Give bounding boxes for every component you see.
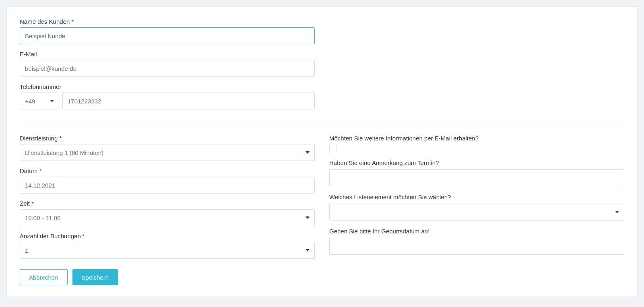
section-divider [20, 124, 624, 124]
service-label: Dienstleistung * [20, 135, 315, 142]
customer-name-label: Name des Kunden * [20, 18, 315, 25]
customer-email-input[interactable] [20, 60, 315, 77]
bottom-columns: Dienstleistung * Dienstleistung 1 (60 Mi… [20, 135, 624, 285]
action-buttons: Abbrechen Speichern [20, 269, 315, 285]
booking-form-panel: Name des Kunden * E-Mail Telefonnummer +… [6, 6, 638, 297]
caret-down-icon [615, 211, 619, 213]
customer-phone-label: Telefonnummer [20, 83, 315, 90]
q2-field: Haben Sie eine Anmerkung zum Termin? [329, 159, 624, 186]
customer-column: Name des Kunden * E-Mail Telefonnummer +… [20, 18, 315, 116]
booking-column: Dienstleistung * Dienstleistung 1 (60 Mi… [20, 135, 315, 285]
phone-prefix-select[interactable]: +49 [20, 93, 58, 109]
time-select[interactable]: 10:00 - 11:00 [20, 209, 315, 226]
caret-down-icon [50, 100, 54, 102]
count-label: Anzahl der Buchungen * [20, 233, 315, 239]
service-value: Dienstleistung 1 (60 Minuten) [25, 149, 103, 156]
q3-label: Welches Listenelement möchten Sie wählen… [329, 194, 624, 200]
count-field: Anzahl der Buchungen * 1 [20, 233, 315, 259]
customer-name-input[interactable] [20, 27, 315, 44]
count-value: 1 [25, 247, 28, 254]
top-right-spacer [329, 18, 624, 116]
phone-prefix-value: +49 [25, 98, 35, 105]
questions-column: Möchten Sie weitere Informationen per E-… [329, 135, 624, 285]
q3-field: Welches Listenelement möchten Sie wählen… [329, 194, 624, 220]
service-field: Dienstleistung * Dienstleistung 1 (60 Mi… [20, 135, 315, 161]
customer-email-label: E-Mail [20, 51, 315, 58]
date-label: Datum * [20, 167, 315, 174]
top-columns: Name des Kunden * E-Mail Telefonnummer +… [20, 18, 624, 116]
cancel-button[interactable]: Abbrechen [20, 269, 68, 285]
q1-label: Möchten Sie weitere Informationen per E-… [329, 135, 624, 142]
q2-label: Haben Sie eine Anmerkung zum Termin? [329, 159, 624, 166]
date-field: Datum * [20, 167, 315, 194]
q2-input[interactable] [329, 169, 624, 186]
q1-field: Möchten Sie weitere Informationen per E-… [329, 135, 624, 152]
q4-input[interactable] [329, 238, 624, 255]
customer-email-field: E-Mail [20, 51, 315, 77]
caret-down-icon [305, 249, 310, 251]
q3-select[interactable] [329, 204, 624, 220]
service-select[interactable]: Dienstleistung 1 (60 Minuten) [20, 144, 315, 161]
phone-number-input[interactable] [62, 93, 315, 109]
phone-row: +49 [20, 93, 315, 109]
time-value: 10:00 - 11:00 [25, 214, 60, 221]
customer-name-field: Name des Kunden * [20, 18, 315, 44]
q1-checkbox[interactable] [329, 145, 336, 152]
customer-phone-field: Telefonnummer +49 [20, 83, 315, 109]
caret-down-icon [305, 216, 310, 219]
time-field: Zeit * 10:00 - 11:00 [20, 200, 315, 226]
date-input[interactable] [20, 177, 315, 194]
q4-field: Geben Sie bitte Ihr Geburtsdatum an! [329, 228, 624, 255]
time-label: Zeit * [20, 200, 315, 207]
q4-label: Geben Sie bitte Ihr Geburtsdatum an! [329, 228, 624, 235]
save-button[interactable]: Speichern [72, 269, 118, 285]
caret-down-icon [305, 151, 310, 154]
count-select[interactable]: 1 [20, 242, 315, 259]
